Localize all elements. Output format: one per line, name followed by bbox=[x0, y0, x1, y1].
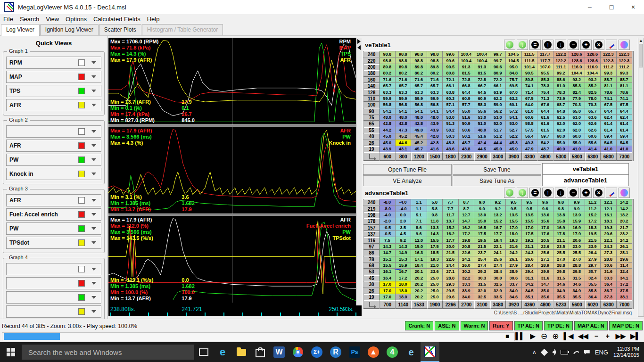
table-cell[interactable]: 33.7 bbox=[506, 281, 522, 288]
table-cell[interactable]: 63.9 bbox=[490, 89, 506, 95]
table-cell[interactable]: 15.8 bbox=[553, 218, 570, 224]
table-cell[interactable]: 15.5 bbox=[427, 237, 443, 243]
table-cell[interactable]: 98.8 bbox=[380, 51, 396, 58]
table-cell[interactable]: 16.2 bbox=[459, 225, 475, 231]
table-cell[interactable]: 104.4 bbox=[585, 70, 601, 76]
table-cell[interactable]: -4.0 bbox=[396, 206, 412, 212]
table-cell[interactable]: 14.3 bbox=[396, 244, 412, 250]
table-cell[interactable]: 42.8 bbox=[396, 121, 412, 127]
table-cell[interactable]: 21.0 bbox=[427, 263, 443, 269]
table-cell[interactable]: 34.9 bbox=[569, 288, 585, 294]
graph-scroll-up-icon[interactable] bbox=[357, 39, 361, 44]
table-cell[interactable]: 24.1 bbox=[459, 256, 475, 263]
table-cell[interactable]: 51.7 bbox=[490, 127, 506, 133]
channel-select-rpm[interactable]: RPM bbox=[6, 57, 101, 69]
table-cell[interactable]: 55.0 bbox=[459, 108, 475, 115]
table-cell[interactable]: 78.6 bbox=[601, 89, 617, 95]
table-cell[interactable]: 67.6 bbox=[537, 102, 553, 108]
table-cell[interactable]: 16.5 bbox=[474, 225, 490, 231]
table-cell[interactable]: 2.0 bbox=[396, 218, 412, 224]
table-cell[interactable]: 9.8 bbox=[553, 199, 570, 206]
table-cell[interactable]: 18.2 bbox=[617, 212, 633, 218]
table-cell[interactable]: 28.8 bbox=[553, 263, 570, 269]
table-cell[interactable]: 23.6 bbox=[427, 269, 443, 275]
table-cell[interactable]: 66.1 bbox=[490, 83, 506, 89]
table-cell[interactable]: 59.7 bbox=[537, 133, 553, 140]
shift-down-icon[interactable]: ↓ bbox=[555, 188, 566, 198]
tab-vetable1[interactable]: veTable1 bbox=[542, 163, 629, 175]
table-cell[interactable]: 54.5 bbox=[617, 140, 633, 146]
table-cell[interactable]: 117.7 bbox=[537, 58, 553, 64]
table-cell[interactable]: 15.9 bbox=[396, 263, 412, 269]
table-cell[interactable]: 62.6 bbox=[585, 127, 601, 133]
panel-scroll-thumb[interactable] bbox=[639, 44, 643, 67]
table-cell[interactable]: 42.8 bbox=[427, 140, 443, 146]
table-cell[interactable]: 21.5 bbox=[443, 250, 459, 256]
table-cell[interactable]: 43.8 bbox=[459, 146, 475, 152]
table-cell[interactable]: 22.6 bbox=[459, 250, 475, 256]
table-cell[interactable]: 30.7 bbox=[585, 269, 601, 275]
notifications-icon[interactable] bbox=[584, 350, 590, 354]
table-cell[interactable]: 74.1 bbox=[617, 96, 633, 102]
table-cell[interactable]: 8.7 bbox=[459, 199, 475, 206]
table-cell[interactable]: 15.9 bbox=[569, 218, 585, 224]
table-cell[interactable]: 30.2 bbox=[459, 269, 475, 275]
table-cell[interactable]: 30.6 bbox=[506, 275, 522, 281]
table-cell[interactable]: 25.4 bbox=[474, 256, 490, 263]
table-cell[interactable]: 31.6 bbox=[601, 269, 617, 275]
menu-calculated-fields[interactable]: Calculated Fields bbox=[90, 16, 144, 23]
table-cell[interactable]: 19.3 bbox=[506, 237, 522, 243]
table-cell[interactable]: 78.6 bbox=[617, 89, 633, 95]
menu-help[interactable]: Help bbox=[144, 16, 163, 23]
table-cell[interactable]: 31.5 bbox=[553, 275, 570, 281]
table-cell[interactable]: 30.0 bbox=[490, 275, 506, 281]
table-cell[interactable]: 31.4 bbox=[617, 263, 633, 269]
table-cell[interactable]: 15.5 bbox=[380, 263, 396, 269]
table-cell[interactable]: 98.8 bbox=[396, 58, 412, 64]
table-cell[interactable]: 22.6 bbox=[537, 244, 553, 250]
table-cell[interactable]: 100.4 bbox=[459, 58, 475, 64]
channel-select-tpsdot[interactable]: TPSdot bbox=[6, 237, 101, 249]
table-cell[interactable]: 17.0 bbox=[506, 225, 522, 231]
table-cell[interactable]: 67.5 bbox=[601, 102, 617, 108]
table-cell[interactable]: 52.7 bbox=[506, 127, 522, 133]
table-cell[interactable]: 22.1 bbox=[490, 244, 506, 250]
table-cell[interactable]: 3.5 bbox=[396, 225, 412, 231]
table-cell[interactable]: 59.9 bbox=[427, 96, 443, 102]
table-cell[interactable]: 17.5 bbox=[474, 231, 490, 237]
table-cell[interactable]: 80.8 bbox=[443, 70, 459, 76]
table-cell[interactable]: 27.0 bbox=[569, 256, 585, 263]
table-cell[interactable]: 41.4 bbox=[585, 146, 601, 152]
table-cell[interactable]: 59.9 bbox=[411, 96, 427, 102]
set-equal-icon[interactable]: = bbox=[529, 188, 541, 198]
table-cell[interactable]: 43.1 bbox=[396, 146, 412, 152]
table-cell[interactable]: 37.5 bbox=[617, 288, 633, 294]
table-cell[interactable]: 88.6 bbox=[553, 77, 570, 83]
table-cell[interactable]: 29.5 bbox=[443, 288, 459, 294]
log-horizontal-scrollbar[interactable] bbox=[2, 332, 515, 341]
table-cell[interactable]: 128.6 bbox=[585, 51, 601, 58]
table-cell[interactable]: 116.9 bbox=[569, 64, 585, 70]
tab-log-viewer[interactable]: Log Viewer bbox=[1, 24, 40, 36]
messenger-icon[interactable]: 4 bbox=[383, 342, 402, 362]
shift-up-icon[interactable]: ↑ bbox=[542, 188, 553, 198]
table-cell[interactable]: 42.8 bbox=[427, 133, 443, 140]
table-cell[interactable]: 128.6 bbox=[569, 51, 585, 58]
table-cell[interactable]: 14.9 bbox=[396, 250, 412, 256]
table-cell[interactable]: 75.7 bbox=[506, 77, 522, 83]
table-cell[interactable]: 65.7 bbox=[585, 108, 601, 115]
table-cell[interactable]: 63.3 bbox=[380, 89, 396, 95]
table-cell[interactable]: 35.5 bbox=[585, 281, 601, 288]
save-tune-button[interactable]: Save Tune bbox=[453, 164, 541, 175]
table-cell[interactable]: 65.0 bbox=[569, 108, 585, 115]
table-cell[interactable]: 18.0 bbox=[506, 231, 522, 237]
table-cell[interactable]: 80.8 bbox=[522, 77, 538, 83]
table-cell[interactable]: 17.8 bbox=[553, 231, 570, 237]
table-cell[interactable]: 23.5 bbox=[553, 244, 570, 250]
step-forward-button[interactable]: + bbox=[604, 332, 611, 340]
table-cell[interactable]: 36.4 bbox=[585, 294, 601, 300]
table-cell[interactable]: 12.1 bbox=[601, 206, 617, 212]
table-cell[interactable]: 84.8 bbox=[506, 70, 522, 76]
table-cell[interactable]: 31.5 bbox=[569, 275, 585, 281]
table-cell[interactable]: 91.3 bbox=[474, 64, 490, 70]
